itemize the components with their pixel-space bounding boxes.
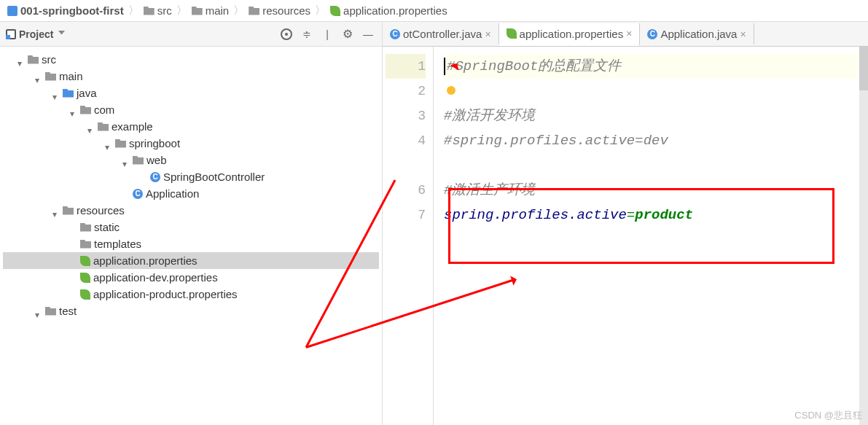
editor-tab[interactable]: otController.java × — [383, 23, 499, 44]
tree-arrow-icon[interactable] — [70, 241, 77, 248]
code-line[interactable]: #spring.profiles.active=dev — [444, 128, 858, 153]
gutter-line[interactable]: 4 — [386, 128, 426, 153]
code-line[interactable] — [444, 153, 858, 178]
breadcrumb-item[interactable]: src — [141, 3, 175, 18]
code-token-eq: = — [627, 207, 635, 223]
tree-node[interactable]: src — [3, 51, 379, 68]
tree-arrow-icon[interactable] — [105, 140, 112, 147]
tree-node-label: java — [77, 87, 97, 99]
tree-node[interactable]: example — [3, 118, 379, 135]
folder-res-icon — [63, 206, 74, 215]
gutter-line[interactable]: 3 — [386, 104, 426, 128]
tree-node-label: SpringBootController — [163, 171, 265, 183]
breadcrumb-item[interactable]: application.properties — [327, 3, 450, 18]
watermark: CSDN @悲且狂 — [794, 409, 862, 422]
tree-node[interactable]: java — [3, 85, 379, 101]
code-line[interactable]: #SpringBoot的总配置文件 — [444, 54, 858, 79]
breadcrumb-label: resources — [262, 4, 310, 17]
tree-node[interactable]: main — [3, 68, 379, 85]
tree-arrow-icon[interactable] — [52, 90, 60, 97]
breadcrumb: 001-springboot-first 〉 src 〉 main 〉 reso… — [0, 0, 868, 22]
project-sidebar: Project ≑ | ⚙ — src main java com exampl… — [0, 22, 383, 425]
tree-node[interactable]: static — [3, 219, 379, 235]
tree-arrow-icon[interactable] — [70, 257, 77, 265]
sidebar-title[interactable]: Project — [6, 28, 274, 40]
tree-node[interactable]: test — [3, 303, 379, 319]
tree-arrow-icon[interactable] — [70, 224, 77, 231]
breadcrumb-item[interactable]: resources — [246, 3, 313, 18]
code-line[interactable]: spring.profiles.active=product — [444, 203, 858, 227]
tree-node[interactable]: application.properties — [3, 252, 379, 269]
code-token-comment: #激活生产环境 — [444, 182, 535, 198]
tree-node-label: example — [112, 120, 153, 133]
tree-node[interactable]: web — [3, 152, 379, 168]
hide-button[interactable]: — — [360, 26, 376, 42]
tree-node-label: main — [59, 70, 83, 82]
class-c-icon — [390, 29, 400, 39]
sidebar-title-label: Project — [19, 28, 53, 40]
gutter-line[interactable] — [386, 153, 426, 178]
minus-icon: — — [363, 28, 373, 40]
tree-node[interactable]: Application — [3, 185, 379, 202]
settings-button[interactable]: ⚙ — [340, 26, 356, 42]
tree-node[interactable]: templates — [3, 235, 379, 252]
leaf-icon — [80, 273, 90, 283]
project-tree[interactable]: src main java com example springboot web… — [0, 47, 382, 425]
tree-node-label: static — [94, 221, 120, 233]
breadcrumb-label: src — [157, 4, 172, 17]
close-icon[interactable]: × — [740, 28, 746, 40]
tree-node[interactable]: com — [3, 101, 379, 118]
code-token-comment: #SpringBoot的总配置文件 — [447, 58, 621, 74]
tree-node-label: Application — [146, 187, 199, 200]
tree-node[interactable]: springboot — [3, 135, 379, 152]
close-icon[interactable]: × — [485, 28, 490, 40]
select-opened-file-button[interactable] — [278, 26, 294, 42]
editor-tab[interactable]: application.properties × — [499, 23, 641, 46]
code-line[interactable] — [444, 79, 858, 104]
bulb-icon[interactable] — [447, 86, 455, 95]
project-icon — [6, 29, 16, 39]
tab-label: application.properties — [520, 28, 624, 40]
tree-arrow-icon[interactable] — [140, 173, 147, 181]
scroll-thumb[interactable] — [859, 47, 868, 90]
breadcrumb-item[interactable]: 001-springboot-first — [4, 3, 127, 18]
tree-node[interactable]: application-product.properties — [3, 286, 379, 303]
leaf-icon — [507, 28, 517, 39]
folder-icon — [115, 139, 126, 148]
code-line[interactable]: #激活生产环境 — [444, 178, 858, 203]
breadcrumb-item[interactable]: main — [189, 3, 232, 18]
gutter-line[interactable]: 1 — [386, 54, 426, 79]
editor-code[interactable]: #SpringBoot的总配置文件#激活开发环境#spring.profiles… — [434, 47, 868, 425]
code-token-val: product — [635, 207, 693, 223]
editor-tab[interactable]: Application.java × — [640, 23, 754, 44]
tree-arrow-icon[interactable] — [70, 291, 77, 298]
gutter-line[interactable]: 6 — [386, 178, 426, 203]
tree-arrow-icon[interactable] — [70, 106, 77, 114]
class-c-run-icon — [133, 189, 143, 199]
folder-icon — [45, 307, 56, 316]
class-c-icon — [150, 172, 160, 182]
tree-node[interactable]: SpringBootController — [3, 168, 379, 185]
tree-arrow-icon[interactable] — [70, 274, 77, 281]
divider: | — [319, 26, 335, 42]
tree-arrow-icon[interactable] — [35, 73, 42, 80]
tree-arrow-icon[interactable] — [17, 56, 25, 63]
folder-icon — [80, 223, 91, 232]
vertical-scrollbar[interactable] — [859, 47, 868, 425]
gutter-line[interactable]: 7 — [386, 203, 426, 227]
tree-arrow-icon[interactable] — [35, 308, 42, 315]
cursor — [444, 58, 445, 75]
editor-tabs: otController.java × application.properti… — [383, 22, 868, 47]
close-icon[interactable]: × — [626, 28, 632, 39]
code-line[interactable]: #激活开发环境 — [444, 104, 858, 128]
gutter-line[interactable]: 2 — [386, 79, 426, 104]
tree-arrow-icon[interactable] — [122, 190, 130, 198]
tree-node[interactable]: resources — [3, 202, 379, 219]
folder-blue-icon — [63, 89, 74, 98]
tree-arrow-icon[interactable] — [87, 123, 95, 130]
tree-arrow-icon[interactable] — [122, 157, 130, 164]
tree-arrow-icon[interactable] — [52, 207, 60, 214]
tab-label: otController.java — [403, 28, 482, 40]
tree-node[interactable]: application-dev.properties — [3, 269, 379, 286]
expand-all-button[interactable]: ≑ — [299, 26, 315, 42]
